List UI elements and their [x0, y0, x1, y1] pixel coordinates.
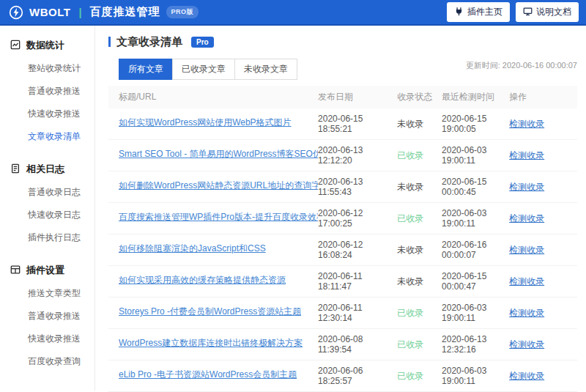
section-title-label: 插件设置: [26, 264, 64, 277]
sidebar-section-logs: 相关日志 普通收录日志快速收录日志插件执行日志: [0, 157, 94, 249]
cell-last-checked: 2020-06-03 19:00:11: [442, 303, 509, 323]
article-title-link[interactable]: 如何实现WordPress网站使用WebP格式图片: [119, 117, 292, 129]
check-index-link[interactable]: 检测收录: [509, 119, 544, 129]
cell-last-checked: 2020-06-15 00:00:47: [442, 271, 509, 292]
cell-publish-date: 2020-06-13 11:55:43: [318, 177, 397, 197]
cell-title: 如何移除阻塞渲染的JavaScript和CSS: [108, 243, 318, 257]
cell-last-checked: 2020-06-13 12:32:16: [442, 334, 509, 355]
article-title-link[interactable]: Storeys Pro -付费会员制WordPress资源站主题: [119, 306, 301, 318]
article-title-link[interactable]: 如何移除阻塞渲染的JavaScript和CSS: [119, 243, 266, 255]
cell-last-checked: 2020-06-03 19:00:11: [442, 366, 509, 386]
cell-actions: 检测收录: [509, 149, 577, 162]
pro-version-link[interactable]: Pro版本 >>>: [0, 382, 94, 392]
table-row: 如何移除阻塞渲染的JavaScript和CSS 2020-06-12 16:08…: [108, 234, 577, 266]
cell-index-status: 已收录: [397, 339, 442, 351]
cell-actions: 检测收录: [509, 339, 577, 351]
sidebar-item[interactable]: 普通收录推送: [0, 305, 94, 328]
table-row: eLib Pro -电子书资源站WordPress会员制主题 2020-06-0…: [108, 360, 577, 392]
status-badge: 未收录: [397, 276, 423, 286]
article-title-link[interactable]: 如何删除WordPress网站静态资源URL地址的查询字符串: [119, 180, 318, 192]
status-badge: 未收录: [397, 119, 423, 129]
check-index-link[interactable]: 检测收录: [509, 308, 544, 318]
check-index-link[interactable]: 检测收录: [509, 213, 544, 223]
check-index-link[interactable]: 检测收录: [509, 245, 544, 255]
sidebar-item[interactable]: 快速收录日志: [0, 204, 94, 226]
cell-last-checked: 2020-06-16 00:00:07: [442, 240, 509, 260]
page-title: 文章收录清单: [116, 35, 182, 49]
sidebar-item[interactable]: 整站收录统计: [0, 57, 94, 80]
sidebar-section-title: 插件设置: [0, 258, 94, 282]
topbar-actions: 插件主页 说明文档: [447, 2, 579, 22]
cell-index-status: 未收录: [397, 275, 442, 288]
status-badge: 已收录: [397, 339, 423, 350]
article-title-link[interactable]: Smart SEO Tool - 简单易用的WordPress博客SEO优化插件: [119, 148, 318, 160]
cell-title: eLib Pro -电子书资源站WordPress会员制主题: [108, 369, 318, 383]
cell-last-checked: 2020-06-15 19:00:05: [442, 114, 509, 134]
article-title-link[interactable]: 百度搜索推送管理WP插件Pro版本-提升百度收录效率: [119, 211, 318, 223]
cell-actions: 检测收录: [509, 212, 577, 225]
filter-tab[interactable]: 未收录文章: [234, 59, 297, 80]
cell-last-checked: 2020-06-03 19:00:11: [442, 145, 509, 166]
cell-title: 如何删除WordPress网站静态资源URL地址的查询字符串: [108, 180, 318, 194]
col-title: 标题/URL: [108, 91, 318, 103]
table-row: Smart SEO Tool - 简单易用的WordPress博客SEO优化插件…: [108, 140, 577, 171]
status-badge: 未收录: [397, 182, 423, 192]
table-row: 百度搜索推送管理WP插件Pro版本-提升百度收录效率 2020-06-12 17…: [108, 203, 577, 234]
sidebar-item[interactable]: 普通收录推送: [0, 80, 94, 103]
top-header: WBOLT | 百度推送管理 PRO版 插件主页 说明文档: [0, 0, 586, 26]
article-title-link[interactable]: 如何实现采用高效的缓存策略提供静态资源: [119, 274, 286, 286]
tabs-row: 所有文章已收录文章未收录文章 更新时间: 2020-06-16 00:00:07: [119, 59, 577, 80]
sidebar-item[interactable]: 推送文章类型: [0, 282, 94, 305]
cell-last-checked: 2020-06-15 00:00:45: [442, 177, 509, 197]
sidebar-item[interactable]: 插件执行日志: [0, 226, 94, 249]
filter-tab[interactable]: 所有文章: [119, 59, 173, 80]
cell-actions: 检测收录: [509, 370, 577, 382]
cell-actions: 检测收录: [509, 275, 577, 288]
sidebar: 数据统计 整站收录统计普通收录推送快速收录推送文章收录清单 相关日志 普通收录日…: [0, 26, 95, 391]
cell-title: 如何实现WordPress网站使用WebP格式图片: [108, 117, 318, 131]
cell-actions: 检测收录: [509, 244, 577, 256]
docs-button[interactable]: 说明文档: [516, 2, 579, 22]
article-title-link[interactable]: eLib Pro -电子书资源站WordPress会员制主题: [119, 369, 297, 381]
check-index-link[interactable]: 检测收录: [509, 276, 544, 286]
cell-actions: 检测收录: [509, 118, 577, 130]
cell-index-status: 已收录: [397, 307, 442, 319]
col-publish-date: 发布日期: [318, 91, 397, 103]
plugin-home-button[interactable]: 插件主页: [447, 2, 510, 22]
filter-tab[interactable]: 已收录文章: [172, 59, 235, 80]
cell-index-status: 已收录: [397, 370, 442, 382]
check-index-link[interactable]: 检测收录: [509, 371, 544, 381]
table-body: 如何实现WordPress网站使用WebP格式图片 2020-06-15 18:…: [108, 108, 577, 392]
table-row: Storeys Pro -付费会员制WordPress资源站主题 2020-06…: [108, 297, 577, 329]
table-row: 如何实现WordPress网站使用WebP格式图片 2020-06-15 18:…: [108, 108, 577, 140]
cell-publish-date: 2020-06-12 16:08:24: [318, 240, 397, 260]
sidebar-item[interactable]: 百度收录查询: [0, 350, 94, 373]
sidebar-section-stats: 数据统计 整站收录统计普通收录推送快速收录推送文章收录清单: [0, 33, 94, 148]
article-title-link[interactable]: WordPress建立数据库连接时出错终极解决方案: [119, 337, 303, 350]
sidebar-section-title: 相关日志: [0, 157, 94, 181]
cell-publish-date: 2020-06-11 18:11:47: [318, 271, 397, 292]
pro-version-badge: PRO版: [166, 6, 199, 18]
sidebar-item[interactable]: 快速收录推送: [0, 103, 94, 125]
sidebar-item[interactable]: 快速收录推送: [0, 328, 94, 350]
cell-actions: 检测收录: [509, 307, 577, 319]
sidebar-item[interactable]: 文章收录清单: [0, 125, 94, 148]
check-index-link[interactable]: 检测收录: [509, 182, 544, 192]
check-index-link[interactable]: 检测收录: [509, 339, 544, 350]
status-badge: 已收录: [397, 150, 423, 160]
sidebar-item[interactable]: 普通收录日志: [0, 181, 94, 204]
check-index-link[interactable]: 检测收录: [509, 150, 544, 160]
section-title-label: 数据统计: [26, 39, 64, 52]
chart-icon: [10, 40, 21, 52]
main-content: 文章收录清单 Pro 所有文章已收录文章未收录文章 更新时间: 2020-06-…: [95, 26, 586, 391]
cell-last-checked: 2020-06-03 19:00:11: [442, 208, 509, 229]
cell-publish-date: 2020-06-08 11:39:54: [318, 334, 397, 355]
app-title: 百度推送管理: [90, 5, 160, 19]
sidebar-items: 普通收录日志快速收录日志插件执行日志: [0, 181, 94, 249]
cell-index-status: 已收录: [397, 212, 442, 225]
section-title-label: 相关日志: [26, 163, 64, 176]
plugin-home-label: 插件主页: [467, 6, 502, 18]
brand-name: WBOLT: [29, 6, 70, 18]
articles-table: 标题/URL 发布日期 收录状态 最近检测时间 操作 如何实现WordPress…: [108, 86, 577, 392]
bolt-logo-icon: [9, 5, 23, 20]
